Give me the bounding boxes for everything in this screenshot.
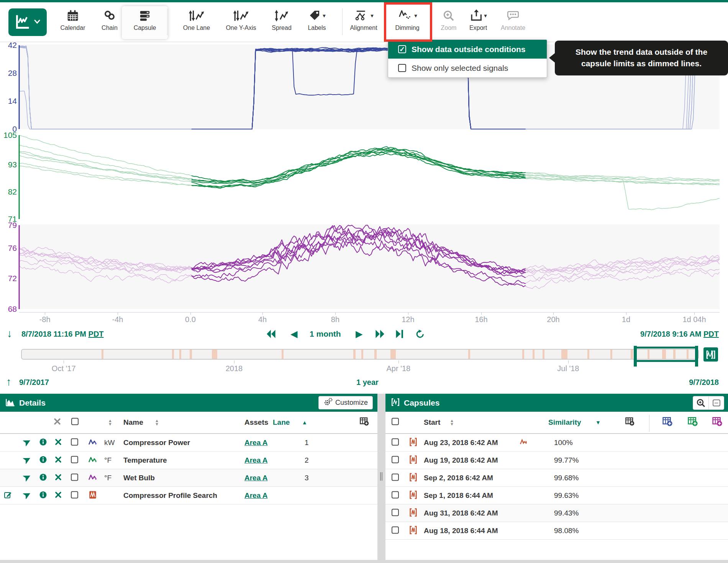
sort-icon-column[interactable]: ▲▼ [108,419,112,426]
start-datetime[interactable]: 8/7/2018 11:16 PM [21,330,86,338]
remove-icon[interactable] [55,456,62,465]
details-row-compressor-profile-search[interactable]: Compressor Profile SearchArea A [0,487,377,504]
info-icon[interactable] [39,438,47,447]
capsule-time-button[interactable]: Capsule [122,6,168,39]
step-back-large-button[interactable] [266,328,277,340]
checked-checkbox-icon: ✓ [398,45,406,53]
remove-icon[interactable] [55,491,62,500]
menu-item-show-only-selected-signals[interactable]: Show only selected signals [388,59,547,77]
capsules-panel: Capsules − Start ▲▼ Similarity ▼ [385,394,728,560]
row-checkbox[interactable] [392,491,399,500]
display-range-start[interactable]: 8/7/2018 11:16 PM PDT [21,330,104,339]
capsule-time-icon [122,8,168,24]
add-signal-column-green-button[interactable] [687,417,698,429]
item-name[interactable]: Wet Bulb [123,474,155,482]
row-checkbox[interactable] [392,438,399,447]
sort-start-column[interactable]: ▲▼ [450,419,454,426]
trend-view-selector[interactable] [8,8,47,36]
end-datetime[interactable]: 9/7/2018 9:16 AM [640,330,701,338]
row-checkbox[interactable] [392,526,399,535]
selection-right-handle[interactable] [695,346,698,367]
info-icon[interactable] [39,473,47,483]
asset-link[interactable]: Area A [244,439,268,447]
details-row-temperature[interactable]: °FTemperatureArea A2 [0,452,377,469]
trend-svg-wet-bulb[interactable] [0,222,728,312]
info-icon[interactable] [39,455,47,465]
row-checkbox[interactable] [392,509,399,517]
column-header-assets[interactable]: Assets [244,418,268,427]
row-checkbox[interactable] [392,456,399,465]
asset-link[interactable]: Area A [244,474,268,482]
column-header-name[interactable]: Name [123,418,143,427]
investigate-range-end[interactable]: 9/7/2018 [689,378,719,387]
details-row-compressor-power[interactable]: kWCompressor PowerArea A1 [0,434,377,452]
step-forward-large-button[interactable] [374,328,385,340]
asset-link[interactable]: Area A [244,456,268,465]
timeline-scrubber[interactable] [21,349,699,360]
trend-lane-wet-bulb[interactable]: 79767268 [0,222,728,312]
rocket-icon[interactable] [23,491,31,501]
step-back-button[interactable]: ◀ [290,328,297,340]
asset-link[interactable]: Area A [244,491,268,500]
step-to-end-button[interactable] [395,328,405,340]
panel-splitter[interactable] [377,394,385,560]
edit-icon[interactable] [4,491,12,501]
alignment-button[interactable]: ▾ Alignment [341,8,387,31]
select-all-capsules-checkbox[interactable] [392,418,399,427]
capsule-row[interactable]: Sep 1, 2018 6:44 AM99.63% [385,487,728,504]
menu-item-show-data-outside-conditions[interactable]: ✓ Show data outside conditions [388,40,547,59]
column-header-similarity[interactable]: Similarity [548,418,581,427]
add-signal-column-magenta-button[interactable] [712,417,723,429]
one-y-axis-button[interactable]: One Y-Axis [218,8,264,31]
details-row-wet-bulb[interactable]: °FWet BulbArea A3 [0,469,377,487]
end-timezone-link[interactable]: PDT [703,330,719,338]
trend-svg-temperature[interactable] [0,132,728,222]
labels-button[interactable]: ▾ Labels [294,8,340,31]
dimming-button[interactable]: ▾ Dimming [384,8,430,31]
column-header-start[interactable]: Start [424,418,440,427]
row-checkbox[interactable] [71,456,78,465]
annotate-button: Annotate [490,8,536,31]
trend-lane-temperature[interactable]: 105938271 [0,132,728,222]
capsule-row[interactable]: Sep 2, 2018 6:42 AM99.68% [385,469,728,487]
display-range-selection[interactable] [635,347,697,362]
zoom-to-capsule-button[interactable] [693,396,708,409]
add-signal-column-blue-button[interactable] [662,417,673,429]
row-checkbox[interactable] [71,473,78,482]
capsule-time-jump-button[interactable] [703,347,718,362]
item-name[interactable]: Temperature [123,456,167,465]
rocket-icon[interactable] [23,438,31,448]
row-checkbox[interactable] [392,473,399,482]
refresh-button[interactable] [415,328,425,340]
step-forward-button[interactable]: ▶ [356,328,362,340]
remove-icon[interactable] [55,439,62,447]
rocket-icon[interactable] [23,455,31,465]
select-all-checkbox[interactable] [71,418,79,427]
rocket-icon[interactable] [23,473,31,483]
duration-button[interactable]: 1 month [310,328,341,340]
capsule-row[interactable]: Aug 19, 2018 6:42 AM99.77% [385,452,728,469]
customize-button[interactable]: Customize [318,396,373,409]
investigate-range-start[interactable]: 9/7/2017 [19,378,49,387]
item-name[interactable]: Compressor Power [123,439,190,447]
capsule-row[interactable]: Aug 18, 2018 6:44 AM98.08% [385,522,728,540]
add-column-button[interactable] [359,417,369,428]
start-timezone-link[interactable]: PDT [89,330,104,338]
item-name[interactable]: Compressor Profile Search [123,491,217,500]
collapse-panel-button[interactable]: − [708,396,724,409]
capsule-row[interactable]: Aug 31, 2018 6:42 AM99.43% [385,504,728,522]
one-lane-button[interactable]: One Lane [174,8,220,31]
investigate-range-duration[interactable]: 1 year [356,378,379,387]
row-checkbox[interactable] [71,491,78,500]
column-header-lane[interactable]: Lane [273,418,290,427]
capsule-row[interactable]: Aug 23, 2018 6:42 AM100% [385,434,728,452]
add-capsule-column-button[interactable] [625,417,635,428]
selection-left-handle[interactable] [634,346,637,367]
display-range-end[interactable]: 9/7/2018 9:16 AM PDT [640,330,719,339]
toolbar-separator [167,8,167,35]
remove-all-icon[interactable] [54,418,61,427]
row-checkbox[interactable] [71,438,78,447]
info-icon[interactable] [39,491,47,500]
sort-name-column[interactable]: ▲▼ [155,419,159,426]
remove-icon[interactable] [55,474,62,482]
